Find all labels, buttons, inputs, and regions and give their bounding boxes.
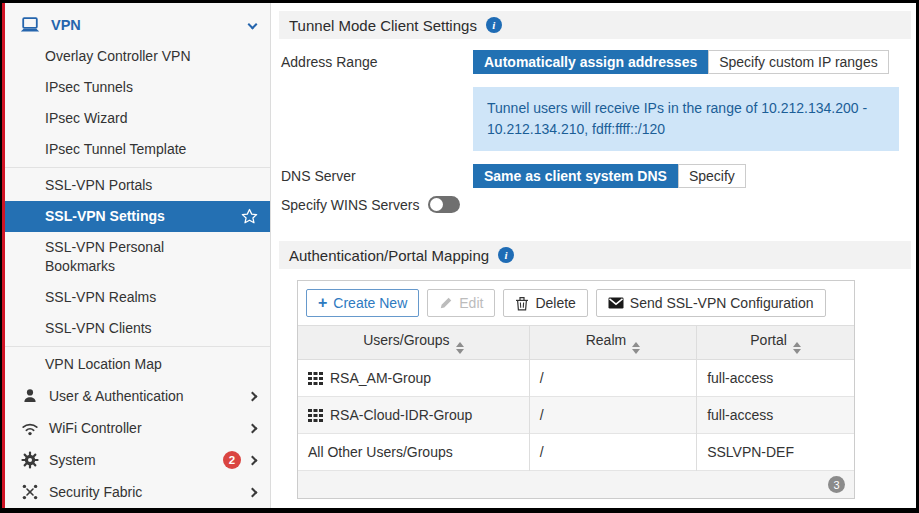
sidebar-item-sslvpn-settings[interactable]: SSL-VPN Settings — [5, 201, 270, 232]
user-group-icon — [308, 372, 323, 385]
user-group-icon — [308, 409, 323, 422]
sidebar-item-sslvpn-personal-bookmarks[interactable]: SSL-VPN Personal Bookmarks — [5, 232, 270, 282]
dns-server-label: DNS Server — [281, 164, 473, 188]
sidebar-item-wifi-controller[interactable]: WiFi Controller — [5, 412, 270, 444]
sidebar-item-ipsec-tunnel-template[interactable]: IPsec Tunnel Template — [5, 134, 270, 165]
sort-icon[interactable] — [632, 342, 640, 354]
table-header-row: Users/Groups Realm Portal — [298, 326, 854, 360]
sidebar-item-ipsec-wizard[interactable]: IPsec Wizard — [5, 103, 270, 134]
sidebar-item-user-authentication[interactable]: User & Authentication — [5, 380, 270, 412]
sidebar-item-sslvpn-clients[interactable]: SSL-VPN Clients — [5, 313, 270, 344]
address-range-row: Address Range Automatically assign addre… — [281, 50, 911, 74]
security-fabric-icon — [20, 483, 39, 501]
sidebar-item-vpn-location-map[interactable]: VPN Location Map — [5, 349, 270, 380]
screenshot-frame: VPN Overlay Controller VPN IPsec Tunnels… — [0, 0, 919, 513]
address-range-label: Address Range — [281, 50, 473, 74]
table-row[interactable]: RSA-Cloud-IDR-Group / full-access — [298, 397, 854, 434]
user-icon — [20, 388, 39, 404]
column-header-realm[interactable]: Realm — [529, 326, 696, 360]
table-row[interactable]: All Other Users/Groups / SSLVPN-DEF — [298, 434, 854, 471]
sidebar-item-overlay-controller-vpn[interactable]: Overlay Controller VPN — [5, 41, 270, 72]
sidebar-item-sslvpn-realms[interactable]: SSL-VPN Realms — [5, 282, 270, 313]
wifi-icon — [20, 421, 39, 436]
plus-icon: + — [318, 295, 327, 311]
system-alert-badge: 2 — [223, 451, 241, 469]
main-content: Tunnel Mode Client Settings i Address Ra… — [271, 3, 916, 508]
same-as-client-dns-button[interactable]: Same as client system DNS — [473, 164, 678, 188]
create-new-button[interactable]: + Create New — [306, 289, 419, 317]
wins-servers-row: Specify WINS Servers — [281, 196, 911, 213]
pencil-icon — [439, 296, 453, 310]
dns-server-row: DNS Server Same as client system DNS Spe… — [281, 164, 911, 188]
sidebar-item-sslvpn-portals[interactable]: SSL-VPN Portals — [5, 170, 270, 201]
address-range-segmented: Automatically assign addresses Specify c… — [473, 50, 889, 74]
info-icon[interactable]: i — [498, 247, 514, 263]
dns-specify-button[interactable]: Specify — [678, 164, 746, 188]
portal-mapping-section-header: Authentication/Portal Mapping i — [279, 241, 911, 269]
sort-icon[interactable] — [793, 342, 801, 354]
app-window: VPN Overlay Controller VPN IPsec Tunnels… — [5, 3, 916, 508]
chevron-right-icon — [248, 423, 258, 433]
sort-icon[interactable] — [456, 342, 464, 354]
envelope-icon — [608, 297, 624, 309]
portal-mapping-panel: + Create New Edit — [297, 280, 855, 499]
chevron-down-icon[interactable] — [248, 20, 258, 30]
section-title: Tunnel Mode Client Settings — [289, 17, 477, 34]
sidebar-item-system[interactable]: System 2 — [5, 444, 270, 476]
column-header-users-groups[interactable]: Users/Groups — [298, 326, 529, 360]
dns-server-segmented: Same as client system DNS Specify — [473, 164, 746, 188]
table-row[interactable]: RSA_AM-Group / full-access — [298, 360, 854, 397]
address-range-info-box: Tunnel users will receive IPs in the ran… — [473, 87, 899, 151]
sidebar-vpn-label: VPN — [51, 17, 81, 33]
sidebar-nav: VPN Overlay Controller VPN IPsec Tunnels… — [5, 3, 271, 508]
sidebar-item-ipsec-tunnels[interactable]: IPsec Tunnels — [5, 72, 270, 103]
sidebar-divider — [5, 346, 270, 347]
gear-icon — [20, 451, 39, 469]
sidebar-item-security-fabric[interactable]: Security Fabric — [5, 476, 270, 508]
star-icon[interactable] — [241, 208, 258, 225]
sidebar-divider — [5, 167, 270, 168]
edit-button[interactable]: Edit — [427, 289, 495, 317]
info-icon[interactable]: i — [486, 17, 502, 33]
section-title: Authentication/Portal Mapping — [289, 247, 489, 264]
delete-button[interactable]: Delete — [503, 289, 587, 317]
chevron-right-icon — [248, 391, 258, 401]
left-red-strip: VPN Overlay Controller VPN IPsec Tunnels… — [2, 3, 916, 508]
trash-icon — [515, 296, 529, 311]
wins-servers-label: Specify WINS Servers — [281, 197, 419, 213]
chevron-right-icon — [248, 487, 258, 497]
auto-assign-addresses-button[interactable]: Automatically assign addresses — [473, 50, 708, 74]
table-footer: 3 — [298, 471, 854, 498]
portal-mapping-table: Users/Groups Realm Portal — [298, 325, 854, 471]
chevron-right-icon — [248, 455, 258, 465]
sidebar-item-vpn[interactable]: VPN — [5, 8, 270, 41]
portal-mapping-toolbar: + Create New Edit — [298, 281, 854, 325]
send-sslvpn-configuration-button[interactable]: Send SSL-VPN Configuration — [596, 289, 826, 317]
tunnel-mode-section-header: Tunnel Mode Client Settings i — [279, 11, 911, 39]
row-count-badge: 3 — [828, 476, 845, 493]
address-range-info-row: Tunnel users will receive IPs in the ran… — [281, 87, 911, 151]
laptop-icon — [20, 17, 40, 33]
wins-servers-toggle[interactable] — [428, 196, 460, 213]
column-header-portal[interactable]: Portal — [697, 326, 854, 360]
specify-custom-ip-ranges-button[interactable]: Specify custom IP ranges — [708, 50, 888, 74]
